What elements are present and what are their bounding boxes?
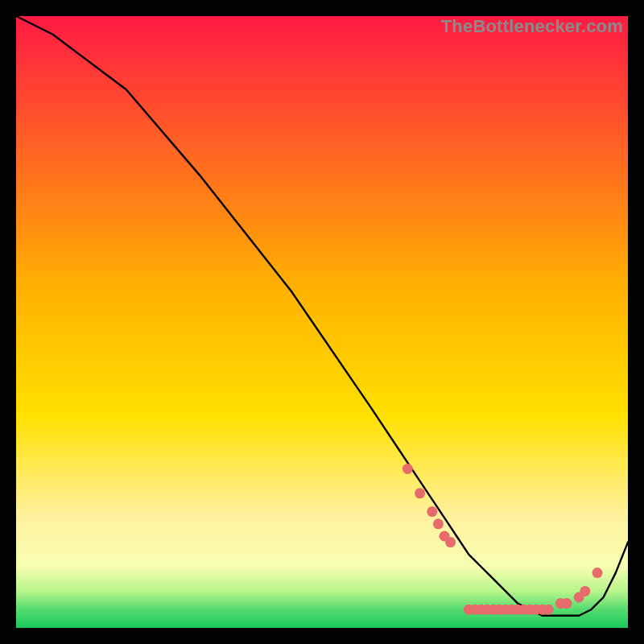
chart-frame: TheBottlenecker.com [16,16,628,628]
watermark-text: TheBottlenecker.com [441,16,623,37]
chart-stage: TheBottlenecker.com [0,0,644,644]
chart-plot [16,16,628,628]
